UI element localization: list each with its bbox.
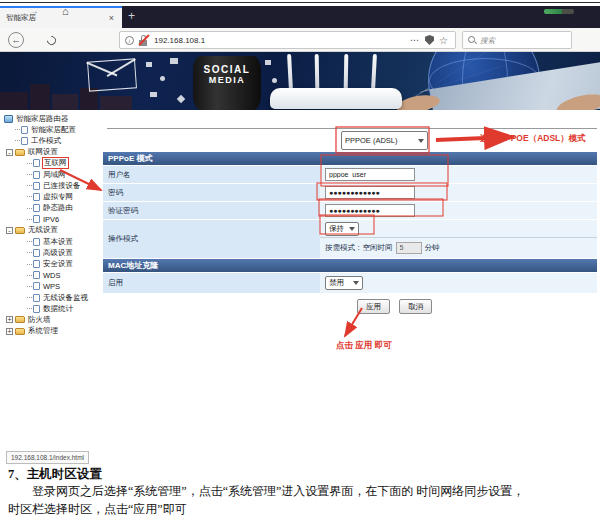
screenshot-root: 智能家居 × + ← → ⌂ i 192.168.108.1 ⋯ ☆ <box>0 0 600 528</box>
search-box[interactable] <box>462 31 572 49</box>
tree-item-wireless-monitor[interactable]: 无线设备监视 <box>27 292 104 303</box>
idle-unit-label: 分钟 <box>425 243 440 253</box>
router-antenna <box>287 54 293 90</box>
tab-title: 智能家居 <box>6 13 107 23</box>
collapse-icon[interactable]: - <box>6 227 13 234</box>
pppoe-settings-table: PPPoE 模式 用户名 密码 验证密码 操作模式 保持 <box>103 152 597 314</box>
operation-mode-row: 操作模式 保持 按需模式：空闲时间 分钟 <box>103 220 597 258</box>
verify-password-label: 验证密码 <box>103 202 320 219</box>
folder-icon <box>15 316 25 323</box>
router-banner-image: SOCIAL MEDIA <box>0 52 600 110</box>
shield-icon[interactable] <box>425 35 434 45</box>
page-icon <box>33 171 40 179</box>
expand-icon[interactable]: + <box>6 328 13 335</box>
collapse-icon[interactable]: - <box>6 149 13 156</box>
enable-label: 启用 <box>103 273 320 293</box>
tree-item-smarthome-config[interactable]: 智能家居配置 <box>15 124 104 135</box>
page-icon <box>33 159 40 167</box>
page-icon <box>33 193 40 201</box>
insecure-lock-icon <box>138 35 149 46</box>
search-icon <box>467 35 477 45</box>
tree-folder-network-settings[interactable]: -联网设置 <box>6 147 104 158</box>
username-label: 用户名 <box>103 166 320 183</box>
expand-icon[interactable]: + <box>6 316 13 323</box>
folder-icon <box>15 149 25 156</box>
operation-mode-label: 操作模式 <box>103 220 320 258</box>
page-icon <box>33 238 40 246</box>
bookmark-star-icon[interactable]: ☆ <box>439 35 448 46</box>
search-input[interactable] <box>480 36 560 45</box>
status-link-preview: 192.168.108.1/index.html <box>6 451 89 464</box>
verify-password-row: 验证密码 <box>103 202 597 219</box>
browser-tab[interactable]: 智能家居 × <box>0 6 122 28</box>
new-tab-button[interactable]: + <box>128 9 135 23</box>
panel-top-divider <box>107 128 597 129</box>
chevron-down-icon <box>353 281 359 285</box>
password-label: 密码 <box>103 184 320 201</box>
annotation-click-apply: 点击 应用 即可 <box>336 340 392 352</box>
router-icon <box>4 115 13 123</box>
tree-item-connected-devices[interactable]: 已连接设备 <box>27 180 104 191</box>
ondemand-label: 按需模式：空闲时间 <box>325 243 393 253</box>
router-antenna <box>371 54 377 90</box>
doc-heading: 7、主机时区设置 <box>8 466 102 483</box>
home-button[interactable]: ⌂ <box>62 5 69 17</box>
site-info-icon[interactable]: i <box>125 36 134 45</box>
nav-tree: 智能家居路由器 智能家居配置 工作模式 -联网设置 互联网 局域网 已连接设备 … <box>4 113 104 337</box>
wan-mode-select[interactable]: PPPOE (ADSL) <box>341 131 428 150</box>
download-progress-indicator <box>544 9 574 14</box>
doc-paragraph: 登录网页之后选择“系统管理”，点击“系统管理”进入设置界面，在下面的 时间网络同… <box>8 483 536 518</box>
router-antenna <box>315 54 320 90</box>
tree-item-data-stats[interactable]: 数据统计 <box>27 303 104 314</box>
apply-button[interactable]: 应用 <box>357 299 390 314</box>
section-header-pppoe: PPPoE 模式 <box>103 152 597 165</box>
tree-item-security-settings[interactable]: 安全设置 <box>27 258 104 269</box>
password-input[interactable] <box>325 186 415 199</box>
browser-tab-bar: 智能家居 × + <box>0 6 600 28</box>
page-icon <box>21 126 28 134</box>
folder-icon <box>15 328 25 335</box>
page-icon <box>33 305 40 313</box>
router-antenna <box>344 54 349 90</box>
page-icon <box>33 204 40 212</box>
form-buttons: 应用 取消 <box>357 299 597 314</box>
cancel-button[interactable]: 取消 <box>399 299 432 314</box>
tree-item-lan[interactable]: 局域网 <box>27 169 104 180</box>
url-text: 192.168.108.1 <box>154 36 407 45</box>
tree-item-advanced-settings[interactable]: 高级设置 <box>27 247 104 258</box>
folder-icon <box>15 227 25 234</box>
router-device <box>270 88 402 109</box>
tree-item-work-mode[interactable]: 工作模式 <box>15 135 104 146</box>
tree-item-vpn[interactable]: 虚拟专网 <box>27 191 104 202</box>
password-row: 密码 <box>103 184 597 201</box>
tab-close-icon[interactable]: × <box>107 13 116 23</box>
mac-clone-enable-select[interactable]: 禁用 <box>325 276 363 290</box>
chevron-down-icon <box>418 139 424 143</box>
tree-item-ipv6[interactable]: IPV6 <box>27 214 104 225</box>
chevron-down-icon <box>349 227 355 231</box>
tree-item-static-route[interactable]: 静态路由 <box>27 203 104 214</box>
keepalive-select[interactable]: 保持 <box>325 222 359 236</box>
idle-time-input[interactable] <box>396 242 422 254</box>
tree-item-basic-settings[interactable]: 基本设置 <box>27 236 104 247</box>
username-row: 用户名 <box>103 166 597 183</box>
url-bar[interactable]: i 192.168.108.1 ⋯ ☆ <box>119 31 456 49</box>
back-button[interactable]: ← <box>8 32 24 48</box>
section-header-mac-clone: MAC地址克隆 <box>103 259 597 272</box>
tree-item-wds[interactable]: WDS <box>27 270 104 281</box>
username-input[interactable] <box>325 168 415 181</box>
page-icon <box>33 182 40 190</box>
tree-root-router[interactable]: 智能家居路由器 <box>4 113 104 124</box>
tree-item-internet[interactable]: 互联网 <box>27 158 104 169</box>
tree-folder-firewall[interactable]: +防火墙 <box>6 314 104 325</box>
verify-password-input[interactable] <box>325 204 415 217</box>
tree-item-wps[interactable]: WPS <box>27 281 104 292</box>
forward-button[interactable]: → <box>29 5 39 16</box>
page-icon <box>21 137 28 145</box>
page-icon <box>33 215 40 223</box>
tree-folder-wireless-settings[interactable]: -无线设置 <box>6 225 104 236</box>
envelope-hologram-icon <box>87 58 137 91</box>
page-actions-icon[interactable]: ⋯ <box>410 35 419 45</box>
tree-folder-system-admin[interactable]: +系统管理 <box>6 326 104 337</box>
page-icon <box>33 260 40 268</box>
